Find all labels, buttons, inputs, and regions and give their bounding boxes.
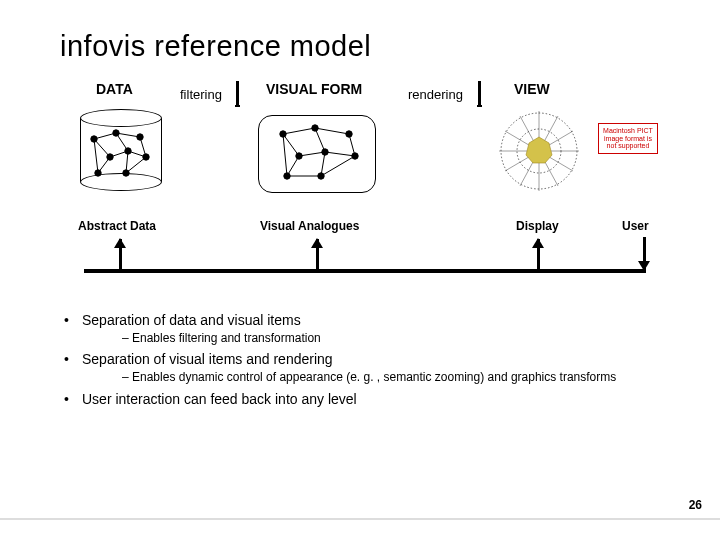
feedback-line <box>84 269 646 273</box>
svg-point-35 <box>322 149 328 155</box>
pipe-separator <box>478 81 481 105</box>
label-filtering: filtering <box>180 87 222 102</box>
svg-point-18 <box>123 170 129 176</box>
view-radial-icon <box>492 107 587 195</box>
svg-point-36 <box>352 153 358 159</box>
page-number: 26 <box>689 498 702 512</box>
label-user: User <box>622 219 649 233</box>
svg-point-37 <box>284 173 290 179</box>
svg-line-29 <box>283 134 287 176</box>
svg-line-19 <box>283 128 315 134</box>
svg-line-20 <box>315 128 349 134</box>
footer-visual-analogues: Visual Analogues <box>260 219 359 233</box>
header-visual-form: VISUAL FORM <box>266 81 362 97</box>
svg-point-31 <box>280 131 286 137</box>
svg-point-34 <box>296 153 302 159</box>
header-view: VIEW <box>514 81 550 97</box>
footer-display: Display <box>516 219 559 233</box>
bullet-text: Separation of data and visual items <box>82 312 301 328</box>
reference-model-diagram: DATA VISUAL FORM VIEW filtering renderin… <box>60 81 670 291</box>
footer-divider <box>0 518 720 520</box>
svg-point-13 <box>137 134 143 140</box>
graph-icon <box>86 127 156 183</box>
bullet-item: Separation of data and visual items Enab… <box>60 311 670 346</box>
svg-line-25 <box>325 152 355 156</box>
svg-point-33 <box>346 131 352 137</box>
header-data: DATA <box>96 81 133 97</box>
slide-title: infovis reference model <box>60 30 670 63</box>
bullet-text: Separation of visual items and rendering <box>82 351 333 367</box>
sub-bullet: Enables filtering and transformation <box>82 331 670 347</box>
svg-point-17 <box>95 170 101 176</box>
bullet-text: User interaction can feed back into any … <box>82 391 357 407</box>
svg-point-38 <box>318 173 324 179</box>
svg-line-9 <box>126 157 146 173</box>
sub-bullet: Enables dynamic control of appearance (e… <box>82 370 670 386</box>
svg-line-22 <box>315 128 325 152</box>
pict-error-box: Macintosh PICT image format is not suppo… <box>598 123 658 154</box>
svg-point-32 <box>312 125 318 131</box>
label-rendering: rendering <box>408 87 463 102</box>
svg-point-12 <box>113 130 119 136</box>
feedback-arrow-up <box>537 239 540 269</box>
bullet-list: Separation of data and visual items Enab… <box>60 311 670 409</box>
graph-icon <box>259 116 377 194</box>
svg-line-10 <box>94 139 98 173</box>
svg-point-16 <box>143 154 149 160</box>
svg-line-24 <box>299 152 325 156</box>
user-arrow-down <box>643 237 646 270</box>
visual-form-box-icon <box>258 115 376 193</box>
svg-point-15 <box>125 148 131 154</box>
svg-line-21 <box>283 134 299 156</box>
data-cylinder-icon <box>80 109 162 191</box>
feedback-arrow-up <box>316 239 319 269</box>
feedback-arrow-up <box>119 239 122 269</box>
svg-point-14 <box>107 154 113 160</box>
footer-abstract-data: Abstract Data <box>78 219 156 233</box>
bullet-item: Separation of visual items and rendering… <box>60 350 670 385</box>
pipe-separator <box>236 81 239 105</box>
svg-point-11 <box>91 136 97 142</box>
svg-line-28 <box>321 156 355 176</box>
bullet-item: User interaction can feed back into any … <box>60 390 670 409</box>
